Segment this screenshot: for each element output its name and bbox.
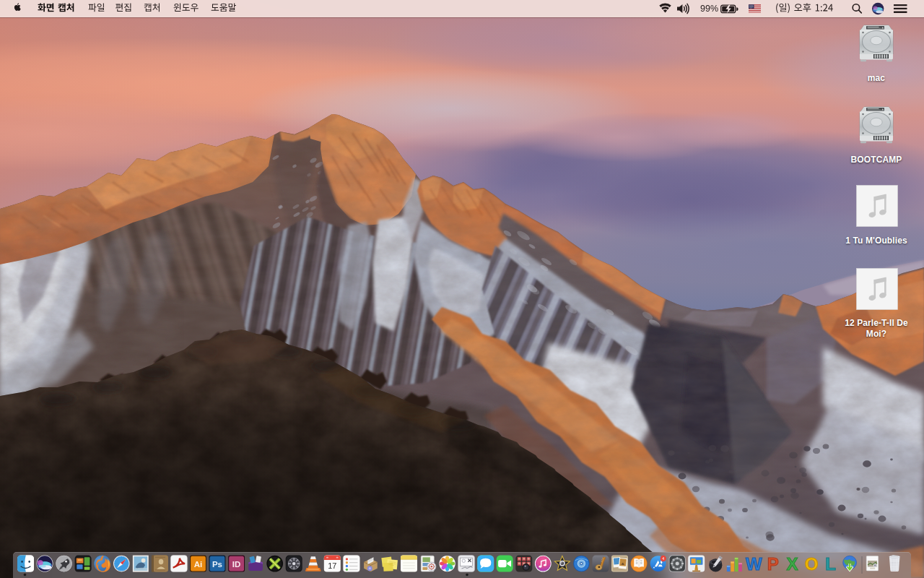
svg-text:4: 4	[662, 556, 664, 561]
svg-text:P: P	[767, 554, 779, 574]
svg-text:X: X	[786, 554, 798, 574]
svg-text:L: L	[825, 554, 836, 574]
svg-text:99%: 99%	[700, 4, 718, 14]
svg-text:17: 17	[328, 561, 336, 570]
svg-text:O: O	[805, 554, 819, 574]
svg-text:Ai: Ai	[194, 560, 203, 569]
svg-text:W: W	[746, 554, 762, 574]
svg-text:Ps: Ps	[212, 560, 222, 569]
svg-text:ID: ID	[232, 560, 241, 569]
